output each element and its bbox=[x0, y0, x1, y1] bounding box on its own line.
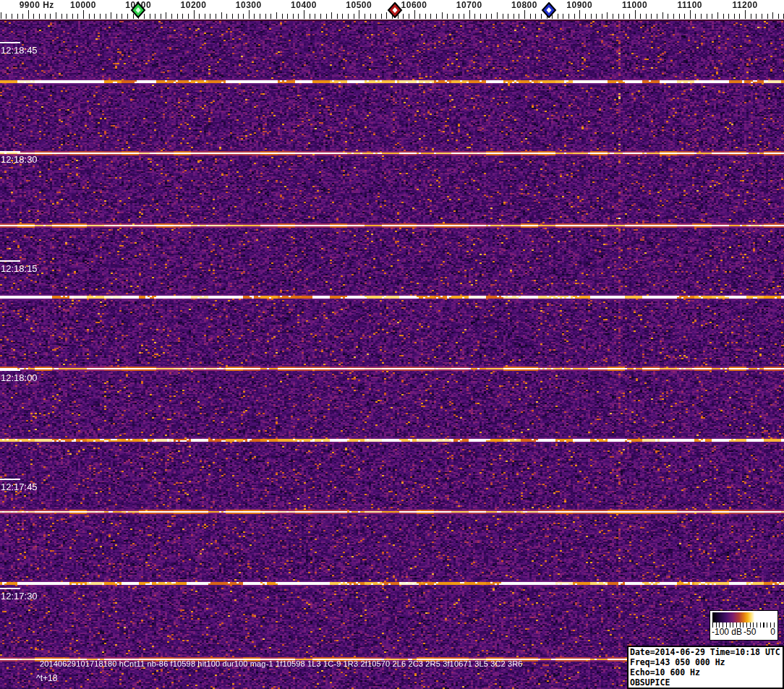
time-tick bbox=[0, 588, 20, 589]
freq-tick-label: 10500 bbox=[346, 0, 372, 10]
time-label: 12:18:00 bbox=[1, 372, 38, 383]
info-line: OBSUPICE bbox=[630, 677, 781, 688]
observation-info-box: Date=2014-06-29 Time=10:18 UTCFreq=143 0… bbox=[627, 646, 784, 689]
spectrogram-panel: 20140629101718180 hCnt11 nb-86 f10598 hi… bbox=[0, 20, 784, 689]
time-tick bbox=[0, 42, 20, 43]
info-line: Echo=10 600 Hz bbox=[630, 667, 781, 677]
db-gradient-bar bbox=[712, 612, 775, 622]
time-label: 12:17:30 bbox=[1, 591, 38, 602]
freq-tick-label: 10300 bbox=[236, 0, 262, 10]
time-label: 12:18:30 bbox=[1, 154, 38, 165]
time-label: 12:18:15 bbox=[1, 263, 38, 274]
time-tick bbox=[0, 479, 20, 480]
info-line: Freq=143 050 000 Hz bbox=[630, 657, 781, 667]
db-label-max: 0 bbox=[770, 627, 775, 637]
freq-tick-label: 10600 bbox=[401, 0, 427, 10]
frequency-axis: 9900 Hz100001010010200103001040010500106… bbox=[0, 0, 784, 20]
freq-marker-red[interactable] bbox=[387, 2, 403, 18]
freq-marker-green[interactable] bbox=[130, 2, 146, 18]
freq-tick-label: 10900 bbox=[566, 0, 592, 10]
freq-tick-label: 10200 bbox=[181, 0, 207, 10]
event-annotation-text: 20140629101718180 hCnt11 nb-86 f10598 hi… bbox=[40, 659, 523, 668]
freq-tick-label: 10000 bbox=[70, 0, 96, 10]
info-line: Date=2014-06-29 Time=10:18 UTC bbox=[630, 647, 781, 657]
time-tick bbox=[0, 260, 20, 262]
freq-tick-label: 11100 bbox=[677, 0, 702, 10]
db-label-min: -100 dB bbox=[712, 627, 742, 637]
db-scale-labels: -100 dB -50 0 bbox=[710, 628, 777, 638]
time-tick bbox=[0, 151, 20, 153]
db-label-mid: -50 bbox=[743, 627, 756, 637]
freq-marker-blue[interactable] bbox=[541, 2, 557, 18]
freq-tick-label: 11000 bbox=[622, 0, 647, 10]
freq-tick-label: 10700 bbox=[456, 0, 482, 10]
time-label: 12:18:45 bbox=[1, 45, 38, 56]
time-tick bbox=[0, 369, 20, 371]
freq-tick-label: 10800 bbox=[511, 0, 537, 10]
freq-tick-label: 11200 bbox=[732, 0, 757, 10]
app-root: { "frequency_axis": { "unit": "Hz", "lab… bbox=[0, 0, 784, 689]
time-label: 12:17:45 bbox=[1, 482, 38, 492]
db-color-scale: -100 dB -50 0 bbox=[710, 610, 778, 641]
cursor-annotation-text: ^t+18 bbox=[36, 673, 57, 683]
freq-tick-label: 9900 Hz bbox=[20, 0, 54, 10]
spectrogram-canvas bbox=[0, 20, 784, 689]
freq-tick-label: 10400 bbox=[291, 0, 317, 10]
